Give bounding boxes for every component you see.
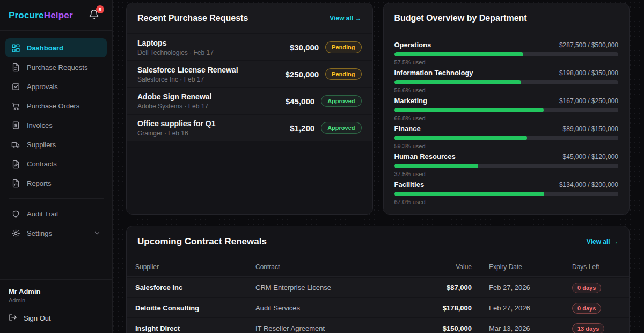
sidebar-item-dashboard[interactable]: Dashboard xyxy=(5,38,107,57)
sidebar-item-settings[interactable]: Settings xyxy=(5,223,107,243)
department-name: Information Technology xyxy=(394,69,473,77)
sidebar-item-label: Settings xyxy=(27,229,52,237)
cell-supplier: Insight Direct xyxy=(135,324,255,332)
table-row[interactable]: Insight Direct IT Reseller Agreement $15… xyxy=(127,318,629,333)
sidebar-item-suppliers[interactable]: Suppliers xyxy=(5,135,107,154)
contract-renewals-header: Upcoming Contract Renewals View all → xyxy=(127,226,629,257)
column-header-days-left: Days Left xyxy=(572,263,620,271)
app-logo-primary: Procure xyxy=(9,10,44,20)
sidebar-item-label: Audit Trail xyxy=(27,210,58,218)
request-title: Office supplies for Q1 xyxy=(137,119,215,128)
notification-count-badge: 8 xyxy=(96,5,104,13)
sidebar-divider xyxy=(9,198,104,199)
sign-out-label: Sign Out xyxy=(24,314,51,322)
recent-requests-header: Recent Purchase Requests View all → xyxy=(127,3,372,33)
contract-renewals-card: Upcoming Contract Renewals View all → Su… xyxy=(126,226,630,333)
cell-expiry-date: Feb 27, 2026 xyxy=(472,284,572,292)
sidebar-item-label: Dashboard xyxy=(27,44,63,52)
budget-row-human-resources: Human Resources $45,000 / $120,000 37.5%… xyxy=(394,153,619,177)
sidebar-item-label: Suppliers xyxy=(27,141,56,149)
cell-expiry-date: Feb 27, 2026 xyxy=(472,304,572,312)
progress-fill xyxy=(394,52,523,56)
list-item[interactable]: Salesforce License Renewal Salesforce In… xyxy=(127,61,372,87)
shield-icon xyxy=(11,209,20,219)
cell-contract: IT Reseller Agreement xyxy=(255,324,422,332)
list-item[interactable]: Office supplies for Q1 Grainger · Feb 16… xyxy=(127,115,372,141)
document-icon xyxy=(11,63,20,72)
sidebar-item-label: Purchase Orders xyxy=(27,102,79,110)
progress-track xyxy=(394,52,619,56)
days-left-badge: 0 days xyxy=(572,303,601,314)
card-title: Recent Purchase Requests xyxy=(137,13,248,23)
table-row[interactable]: Salesforce Inc CRM Enterprise License $8… xyxy=(127,278,629,297)
progress-track xyxy=(394,80,619,84)
table-header: Supplier Contract Value Expiry Date Days… xyxy=(127,257,629,277)
cell-days-left: 0 days xyxy=(572,283,620,292)
sidebar-spacer xyxy=(0,243,112,279)
sidebar-item-approvals[interactable]: Approvals xyxy=(5,77,107,96)
cell-days-left: 13 days xyxy=(572,323,620,333)
dashboard-icon xyxy=(11,44,20,53)
list-item[interactable]: Adobe Sign Renewal Adobe Systems · Feb 1… xyxy=(127,88,372,114)
request-amount: $45,000 xyxy=(286,97,314,106)
sign-out-button[interactable]: Sign Out xyxy=(0,306,112,333)
table-row[interactable]: Deloitte Consulting Audit Services $178,… xyxy=(127,298,629,317)
status-badge: Approved xyxy=(321,122,361,134)
cell-supplier: Deloitte Consulting xyxy=(135,304,255,312)
sidebar-item-label: Purchase Requests xyxy=(27,63,87,71)
sidebar-item-label: Approvals xyxy=(27,83,58,91)
budget-amounts: $89,000 / $150,000 xyxy=(563,125,618,133)
status-badge: Approved xyxy=(321,95,361,107)
budget-amounts: $287,500 / $500,000 xyxy=(559,41,618,49)
days-left-badge: 13 days xyxy=(572,323,604,333)
budget-row-marketing: Marketing $167,000 / $250,000 66.8% used xyxy=(394,97,619,121)
department-name: Finance xyxy=(394,125,421,133)
request-meta: Grainger · Feb 16 xyxy=(137,129,215,137)
view-all-contracts-link[interactable]: View all → xyxy=(587,238,618,245)
request-amount: $1,200 xyxy=(290,124,314,133)
progress-fill xyxy=(394,192,545,196)
budget-overview-card: Budget Overview by Department Operations… xyxy=(383,3,630,215)
department-name: Human Resources xyxy=(394,153,456,161)
request-meta: Dell Technologies · Feb 17 xyxy=(137,49,214,56)
sidebar-item-invoices[interactable]: Invoices xyxy=(5,115,107,135)
cell-contract: Audit Services xyxy=(255,304,422,312)
view-all-requests-link[interactable]: View all → xyxy=(330,15,361,22)
card-title: Upcoming Contract Renewals xyxy=(137,236,267,247)
budget-row-information-technology: Information Technology $198,000 / $350,0… xyxy=(394,69,619,93)
logout-icon xyxy=(9,313,17,323)
card-title: Budget Overview by Department xyxy=(394,13,527,23)
user-role: Admin xyxy=(9,297,104,303)
column-header-supplier: Supplier xyxy=(135,263,255,271)
sidebar: ProcureHelper 8 Dashboard Purchase Reque… xyxy=(0,0,113,333)
budget-list: Operations $287,500 / $500,000 57.5% use… xyxy=(384,33,630,205)
department-name: Marketing xyxy=(394,97,427,105)
department-name: Operations xyxy=(394,41,431,49)
status-badge: Pending xyxy=(325,68,361,80)
sidebar-item-label: Reports xyxy=(27,179,52,187)
sidebar-item-purchase-requests[interactable]: Purchase Requests xyxy=(5,57,107,77)
contract-icon xyxy=(11,160,20,169)
notifications-button[interactable]: 8 xyxy=(89,9,99,22)
percent-used-label: 57.5% used xyxy=(394,59,619,66)
truck-icon xyxy=(11,140,20,149)
app-logo-secondary: Helper xyxy=(44,10,73,20)
department-name: Facilities xyxy=(394,180,425,189)
sidebar-item-purchase-orders[interactable]: Purchase Orders xyxy=(5,96,107,115)
cell-contract: CRM Enterprise License xyxy=(255,284,422,292)
days-left-badge: 0 days xyxy=(572,283,601,293)
cell-value: $87,000 xyxy=(422,284,472,292)
progress-fill xyxy=(394,136,528,140)
budget-amounts: $134,000 / $200,000 xyxy=(559,181,618,189)
sidebar-item-audit-trail[interactable]: Audit Trail xyxy=(5,204,107,223)
invoice-icon xyxy=(11,121,20,130)
list-item[interactable]: Laptops Dell Technologies · Feb 17 $30,0… xyxy=(127,34,372,60)
request-title: Adobe Sign Renewal xyxy=(137,92,211,101)
user-info: Mr Admin Admin xyxy=(0,279,112,306)
sidebar-item-reports[interactable]: Reports xyxy=(5,173,107,193)
progress-track xyxy=(394,192,619,196)
budget-amounts: $45,000 / $120,000 xyxy=(563,153,618,161)
progress-fill xyxy=(394,80,521,84)
sidebar-item-contracts[interactable]: Contracts xyxy=(5,154,107,173)
cell-value: $178,000 xyxy=(422,304,472,312)
